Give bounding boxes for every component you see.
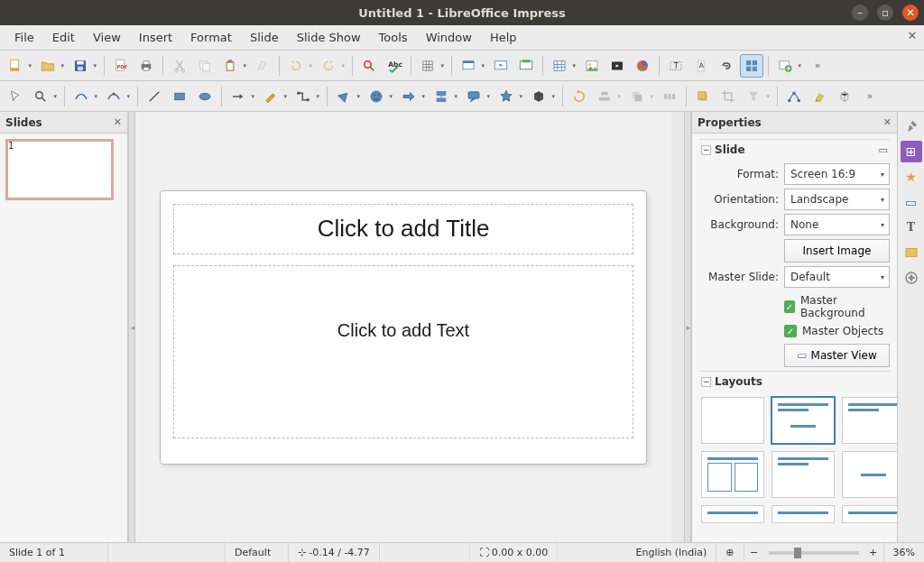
- undo-button[interactable]: [284, 54, 315, 78]
- status-language[interactable]: English (India): [627, 543, 717, 562]
- block-arrows-button[interactable]: [397, 85, 428, 108]
- slide-canvas[interactable]: Click to add Title Click to add Text: [160, 190, 647, 465]
- redo-button[interactable]: [317, 54, 347, 78]
- callouts-button[interactable]: [462, 85, 493, 108]
- insert-media-button[interactable]: [605, 54, 629, 78]
- filter-button[interactable]: [742, 85, 772, 108]
- menu-slideshow[interactable]: Slide Show: [288, 27, 370, 48]
- start-first-slide-button[interactable]: [489, 54, 513, 78]
- vertical-scrollbar[interactable]: [671, 112, 684, 542]
- menu-edit[interactable]: Edit: [43, 27, 84, 48]
- minimize-button[interactable]: –: [852, 5, 868, 21]
- print-button[interactable]: [134, 54, 158, 78]
- export-pdf-button[interactable]: PDF: [109, 54, 133, 78]
- menu-view[interactable]: View: [84, 27, 130, 48]
- master-background-checkbox[interactable]: ✓ Master Background: [784, 291, 890, 322]
- section-layouts-header[interactable]: − Layouts: [699, 371, 890, 392]
- sidebar-tab-styles[interactable]: T: [901, 217, 922, 238]
- start-current-slide-button[interactable]: [514, 54, 538, 78]
- zoom-percentage[interactable]: 36%: [883, 543, 924, 562]
- more-button[interactable]: »: [806, 54, 829, 78]
- menu-insert[interactable]: Insert: [130, 27, 181, 48]
- layout-8[interactable]: [772, 505, 835, 523]
- layout-9[interactable]: [842, 505, 897, 523]
- menu-help[interactable]: Help: [481, 27, 526, 48]
- insert-image-button[interactable]: [580, 54, 604, 78]
- symbol-shapes-button[interactable]: [365, 85, 395, 108]
- collapse-icon[interactable]: −: [701, 145, 711, 155]
- more-options-icon[interactable]: ▭: [879, 144, 888, 156]
- master-slide-dropdown[interactable]: Default: [784, 266, 890, 288]
- sidebar-tab-gallery[interactable]: [901, 242, 922, 263]
- curve1-button[interactable]: [69, 85, 100, 108]
- layout-title-centered[interactable]: [772, 451, 835, 498]
- more-drawing-button[interactable]: »: [858, 85, 882, 108]
- arrange-button[interactable]: [625, 85, 656, 108]
- layout-centered-text[interactable]: [842, 451, 897, 498]
- find-replace-button[interactable]: [357, 54, 381, 78]
- properties-close-button[interactable]: ✕: [883, 116, 892, 128]
- rectangle-button[interactable]: [168, 85, 191, 108]
- insert-image-button-panel[interactable]: Insert Image: [784, 239, 890, 263]
- curve2-button[interactable]: [102, 85, 133, 108]
- zoom-slider[interactable]: [769, 551, 859, 555]
- zoom-button[interactable]: [29, 85, 60, 108]
- collapse-icon[interactable]: −: [701, 377, 711, 387]
- extrusion-button[interactable]: [833, 85, 856, 108]
- sidebar-tab-slide-transition[interactable]: ⊞: [901, 141, 922, 162]
- insert-table-button[interactable]: [548, 54, 578, 78]
- new-button[interactable]: [4, 54, 34, 78]
- close-document-button[interactable]: ✕: [904, 29, 920, 45]
- master-objects-checkbox[interactable]: ✓ Master Objects: [784, 322, 890, 340]
- 3d-objects-button[interactable]: [527, 85, 558, 108]
- basic-shapes-button[interactable]: [332, 85, 363, 108]
- ellipse-button[interactable]: [193, 85, 217, 108]
- toggle-views-button[interactable]: [740, 54, 763, 78]
- display-grid-button[interactable]: [416, 54, 447, 78]
- layout-title-only[interactable]: [842, 397, 897, 444]
- insert-hyperlink-button[interactable]: [715, 54, 738, 78]
- menu-file[interactable]: File: [5, 27, 43, 48]
- pointer-button[interactable]: [4, 85, 27, 108]
- left-splitter[interactable]: ◂: [128, 112, 135, 542]
- line-button[interactable]: [143, 85, 166, 108]
- status-master-name[interactable]: Default: [226, 543, 289, 562]
- insert-textbox-button[interactable]: T: [664, 54, 688, 78]
- sidebar-tab-properties[interactable]: [901, 115, 922, 137]
- rotate-button[interactable]: [568, 85, 591, 108]
- close-window-button[interactable]: ✕: [902, 5, 919, 21]
- line-arrow-button[interactable]: [226, 85, 257, 108]
- title-placeholder[interactable]: Click to add Title: [173, 204, 633, 254]
- zoom-in-button[interactable]: +: [867, 547, 880, 558]
- format-dropdown[interactable]: Screen 16:9: [784, 163, 890, 185]
- slide-thumbnail-1[interactable]: 1: [5, 139, 114, 200]
- sidebar-tab-master-slides[interactable]: ▭: [901, 191, 922, 213]
- shadow-button[interactable]: [691, 85, 715, 108]
- flowchart-button[interactable]: [430, 85, 460, 108]
- new-slide-button[interactable]: [773, 54, 804, 78]
- save-button[interactable]: [69, 54, 99, 78]
- layout-title-content[interactable]: [772, 397, 835, 444]
- cut-button[interactable]: [168, 54, 191, 78]
- spellcheck-button[interactable]: Abc: [383, 54, 406, 78]
- layout-blank[interactable]: [701, 397, 764, 444]
- background-dropdown[interactable]: None: [784, 214, 890, 235]
- section-slide-header[interactable]: − Slide ▭: [699, 139, 890, 160]
- right-splitter[interactable]: ▸: [684, 112, 691, 542]
- content-placeholder[interactable]: Click to add Text: [173, 265, 633, 438]
- sidebar-tab-navigator[interactable]: [901, 267, 922, 289]
- zoom-out-button[interactable]: −: [748, 547, 761, 558]
- fit-page-button[interactable]: ⊕: [716, 543, 744, 562]
- paste-button[interactable]: [218, 54, 249, 78]
- crop-button[interactable]: [716, 85, 740, 108]
- layout-7[interactable]: [701, 505, 764, 523]
- maximize-button[interactable]: ▫: [877, 5, 893, 21]
- menu-format[interactable]: Format: [181, 27, 241, 48]
- stars-button[interactable]: [494, 85, 525, 108]
- connector-button[interactable]: [291, 85, 322, 108]
- insert-textbox-vertical-button[interactable]: A: [689, 54, 713, 78]
- distribute-button[interactable]: [658, 85, 681, 108]
- insert-chart-button[interactable]: [631, 54, 654, 78]
- slide-panel-close-button[interactable]: ✕: [114, 116, 122, 128]
- menu-tools[interactable]: Tools: [370, 27, 417, 48]
